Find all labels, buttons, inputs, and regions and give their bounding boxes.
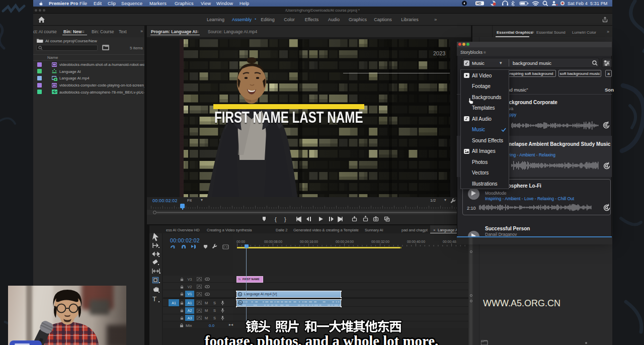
- svg-text:fx: fx: [239, 301, 242, 304]
- svg-text:HD: HD: [476, 2, 481, 5]
- svg-text:{: {: [275, 216, 277, 222]
- svg-text:}: }: [284, 216, 286, 222]
- svg-text:fx: fx: [239, 293, 242, 296]
- svg-text:T: T: [152, 295, 156, 303]
